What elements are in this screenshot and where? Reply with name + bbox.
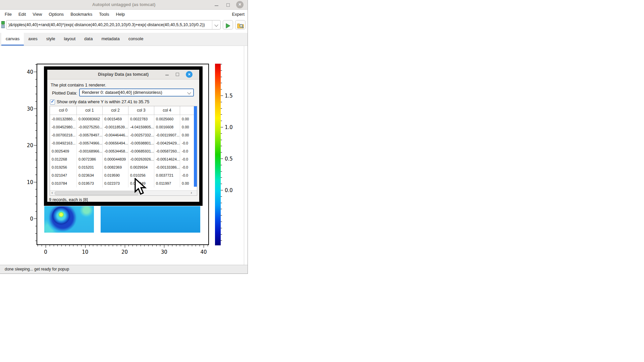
dialog-close-icon[interactable]: × xyxy=(186,71,193,78)
table-row[interactable]: -0.00452980...-0.00275250...-0.00118539.… xyxy=(50,123,197,131)
close-icon[interactable]: × xyxy=(236,1,244,8)
table-row[interactable]: -0.00700218...-0.00578497...-0.00446446.… xyxy=(50,131,197,139)
y-tick xyxy=(35,233,37,234)
play-icon xyxy=(225,23,231,28)
colorbar-tick xyxy=(221,64,222,64)
x-tick xyxy=(113,245,113,246)
colorbar-tick xyxy=(221,96,223,96)
table-cell: 0.011997 xyxy=(154,179,180,187)
y-tick-label: 10 xyxy=(19,179,33,185)
x-tick xyxy=(93,245,93,246)
x-tick xyxy=(164,245,164,248)
colorbar-tick-label: 1.5 xyxy=(225,93,238,99)
table-cell: 0.0015459 xyxy=(103,115,128,123)
colorbar-tick xyxy=(221,102,222,102)
x-tick xyxy=(152,245,153,246)
menu-file[interactable]: File xyxy=(1,10,15,19)
colorbar-tick xyxy=(221,89,222,89)
table-cell: 0.0037721 xyxy=(154,171,180,179)
x-tick xyxy=(121,245,121,246)
tab-style[interactable]: style xyxy=(42,33,60,45)
y-tick xyxy=(34,72,37,72)
minimize-icon[interactable] xyxy=(213,1,220,8)
x-tick xyxy=(184,245,184,246)
table-vertical-scrollbar[interactable] xyxy=(194,106,197,187)
dialog-minimize-icon[interactable] xyxy=(164,71,170,77)
menu-edit[interactable]: Edit xyxy=(15,10,29,19)
tab-data[interactable]: data xyxy=(80,33,97,45)
y-tick xyxy=(35,86,37,87)
x-tick xyxy=(196,245,196,246)
table-row[interactable]: 0.0192560.0152010.00823690.0029934-0.001… xyxy=(50,163,197,171)
x-tick xyxy=(144,245,145,246)
tab-axes[interactable]: axes xyxy=(24,33,42,45)
menu-options[interactable]: Options xyxy=(45,10,67,19)
menu-help[interactable]: Help xyxy=(113,10,128,19)
filter-checkbox-label[interactable]: Show only data where Y is within 27.41 t… xyxy=(57,99,149,104)
colorbar-tick xyxy=(221,114,222,115)
table-row[interactable]: -0.00132880...0.0000836620.00154590.0022… xyxy=(50,115,197,123)
table-cell: -0.00452980... xyxy=(50,123,77,131)
uri-value[interactable]: )&ripples(40,40)+rand(40,40)*(exp(-dista… xyxy=(8,20,211,29)
browse-button[interactable] xyxy=(235,20,246,29)
maximize-icon[interactable] xyxy=(225,1,231,8)
x-tick xyxy=(77,245,77,246)
y-tick xyxy=(35,196,37,197)
tab-layout[interactable]: layout xyxy=(59,33,80,45)
uri-dropdown-button[interactable] xyxy=(212,20,220,29)
table-row[interactable]: 0.0122680.00723860.000044839-0.00263926.… xyxy=(50,155,197,163)
y-tick xyxy=(35,116,37,116)
dialog-titlebar[interactable]: Display Data (as tomcat) × xyxy=(47,70,199,79)
colorbar-tick xyxy=(221,215,222,216)
folder-magnifier-icon xyxy=(237,23,244,28)
y-tick-label: 20 xyxy=(19,142,33,148)
expert-mode-label[interactable]: Expert xyxy=(232,10,245,19)
table-cell: 0.0025409 xyxy=(50,147,77,155)
table-cell: 0.0082369 xyxy=(103,163,128,171)
go-button[interactable] xyxy=(223,20,233,29)
table-row[interactable]: 0.0025409-0.00168966...-0.00534458...-0.… xyxy=(50,147,197,155)
table-row[interactable]: -0.00492163...-0.00574966...-0.00656494.… xyxy=(50,139,197,147)
column-header[interactable]: col 1 xyxy=(77,106,103,115)
x-tick xyxy=(192,245,192,246)
plotted-data-value: Renderer 0: dataset[40,40] (dimensionles… xyxy=(82,89,185,96)
menu-tools[interactable]: Tools xyxy=(96,10,112,19)
tab-canvas[interactable]: canvas xyxy=(1,33,24,46)
scroll-left-icon[interactable]: ‹ xyxy=(50,191,54,195)
tab-metadata[interactable]: metadata xyxy=(97,33,124,45)
check-icon: ✓ xyxy=(51,99,54,104)
plotted-data-select[interactable]: Renderer 0: dataset[40,40] (dimensionles… xyxy=(79,88,194,97)
uri-input[interactable]: )&ripples(40,40)+rand(40,40)*(exp(-dista… xyxy=(6,20,221,29)
tab-console[interactable]: console xyxy=(124,33,148,45)
colorbar-tick xyxy=(221,77,222,77)
x-tick xyxy=(81,245,82,246)
y-tick xyxy=(35,204,37,204)
table-row[interactable]: 0.0107840.0195730.0223730.0200490.011997… xyxy=(50,179,197,187)
mouse-cursor xyxy=(134,178,148,197)
window-titlebar[interactable]: Autoplot untagged (as tomcat) × xyxy=(0,0,248,10)
colorbar[interactable] xyxy=(215,64,221,245)
y-tick-label: 40 xyxy=(19,69,33,75)
column-header[interactable]: col 2 xyxy=(103,106,128,115)
menu-bookmarks[interactable]: Bookmarks xyxy=(67,10,96,19)
y-tick xyxy=(35,226,37,226)
x-tick xyxy=(46,245,46,248)
y-tick-label: 0 xyxy=(19,216,33,222)
filter-checkbox[interactable]: ✓ xyxy=(50,100,55,105)
colorbar-tick xyxy=(221,127,223,127)
scrollbar-thumb[interactable] xyxy=(55,191,139,195)
colorbar-tick xyxy=(221,146,222,146)
colorbar-tick xyxy=(221,196,222,197)
table-row[interactable]: 0.0210470.0236340.0195900.0102560.003772… xyxy=(50,171,197,179)
table-horizontal-scrollbar[interactable]: ‹ › xyxy=(50,190,197,195)
menu-bar: FileEditViewOptionsBookmarksToolsHelp Ex… xyxy=(0,10,248,19)
menu-view[interactable]: View xyxy=(29,10,45,19)
column-header[interactable]: col 4 xyxy=(154,106,180,115)
table-cell: -0.00119907... xyxy=(154,131,180,139)
dialog-maximize-icon[interactable] xyxy=(174,71,180,77)
scroll-right-icon[interactable]: › xyxy=(189,191,194,195)
column-header[interactable]: col 0 xyxy=(50,106,77,115)
records-summary: 9 records, each is [8] xyxy=(49,197,88,202)
table-cell: -4.04159805... xyxy=(128,123,154,131)
column-header[interactable]: col 3 xyxy=(128,106,154,115)
